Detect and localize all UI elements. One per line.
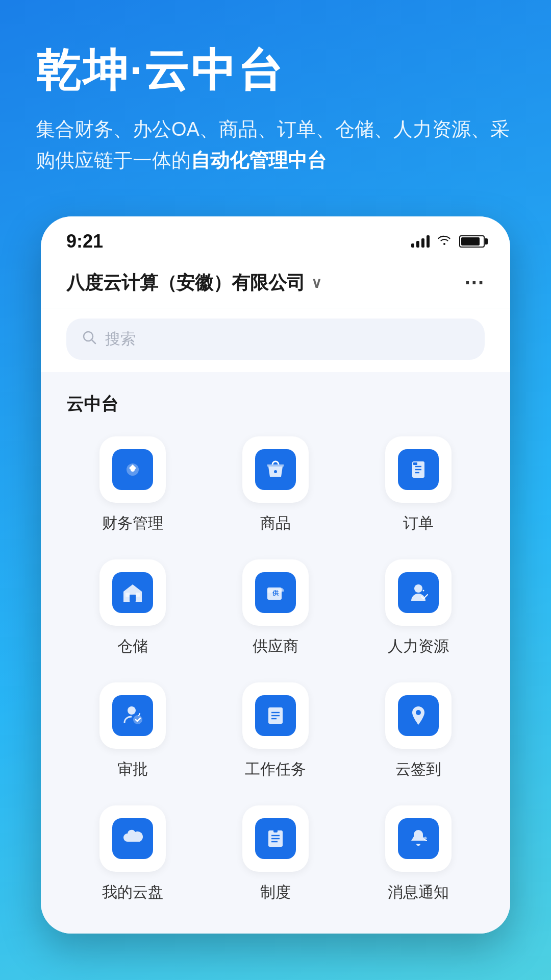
svg-line-1 bbox=[92, 340, 95, 344]
svg-point-17 bbox=[423, 590, 424, 592]
svg-point-16 bbox=[414, 584, 422, 593]
svg-rect-29 bbox=[273, 828, 278, 832]
app-subtitle: 集合财务、办公OA、商品、订单、仓储、人力资源、采购供应链于一体的自动化管理中台 bbox=[36, 114, 515, 176]
phone-mockup: 9:21 bbox=[41, 216, 510, 934]
task-icon bbox=[255, 695, 296, 736]
search-icon bbox=[82, 330, 97, 349]
app-item-hr[interactable]: 人力资源 bbox=[352, 559, 485, 657]
app-item-order[interactable]: 订单 bbox=[352, 436, 485, 534]
more-icon[interactable]: ··· bbox=[465, 272, 485, 295]
approval-icon bbox=[112, 695, 153, 736]
battery-icon bbox=[459, 235, 485, 248]
app-item-policy[interactable]: 制度 bbox=[209, 805, 342, 903]
finance-icon bbox=[112, 449, 153, 490]
company-selector[interactable]: 八度云计算（安徽）有限公司 ∨ bbox=[66, 271, 322, 296]
approval-label: 审批 bbox=[117, 759, 148, 780]
product-label: 商品 bbox=[260, 513, 291, 534]
supplier-label: 供应商 bbox=[253, 636, 298, 657]
app-item-approval[interactable]: 审批 bbox=[66, 682, 199, 780]
status-bar: 9:21 bbox=[41, 216, 510, 258]
status-time: 9:21 bbox=[66, 231, 103, 252]
checkin-icon bbox=[398, 695, 439, 736]
app-item-warehouse[interactable]: 仓储 bbox=[66, 559, 199, 657]
svg-point-4 bbox=[274, 470, 277, 473]
section-title: 云中台 bbox=[61, 393, 490, 416]
svg-point-18 bbox=[128, 706, 136, 715]
status-icons bbox=[411, 234, 485, 250]
svg-point-24 bbox=[416, 710, 421, 715]
hero-section: 乾坤·云中台 集合财务、办公OA、商品、订单、仓储、人力资源、采购供应链于一体的… bbox=[0, 0, 551, 206]
app-item-supplier[interactable]: 供 供应商 bbox=[209, 559, 342, 657]
notify-icon bbox=[398, 818, 439, 859]
app-item-checkin[interactable]: 云签到 bbox=[352, 682, 485, 780]
svg-point-19 bbox=[133, 715, 142, 724]
svg-point-3 bbox=[131, 468, 135, 472]
main-content: 云中台 财务管理 bbox=[41, 372, 510, 934]
finance-label: 财务管理 bbox=[102, 513, 163, 534]
svg-rect-11 bbox=[126, 593, 130, 597]
app-item-cloud[interactable]: 我的云盘 bbox=[66, 805, 199, 903]
app-item-task[interactable]: 工作任务 bbox=[209, 682, 342, 780]
search-placeholder: 搜索 bbox=[105, 329, 136, 350]
checkin-label: 云签到 bbox=[395, 759, 441, 780]
app-title: 乾坤·云中台 bbox=[36, 46, 515, 95]
warehouse-icon bbox=[112, 572, 153, 613]
subtitle-bold: 自动化管理中台 bbox=[191, 150, 327, 171]
cloud-icon bbox=[112, 818, 153, 859]
svg-rect-9 bbox=[413, 462, 417, 465]
signal-icon bbox=[411, 235, 430, 248]
svg-rect-12 bbox=[136, 593, 140, 597]
cloud-label: 我的云盘 bbox=[102, 882, 163, 903]
app-grid: 财务管理 商品 bbox=[61, 436, 490, 903]
order-label: 订单 bbox=[403, 513, 434, 534]
app-item-notify[interactable]: 消息通知 bbox=[352, 805, 485, 903]
search-bar[interactable]: 搜索 bbox=[66, 318, 485, 360]
company-name-text: 八度云计算（安徽）有限公司 bbox=[66, 271, 305, 296]
svg-rect-10 bbox=[130, 595, 136, 602]
policy-icon bbox=[255, 818, 296, 859]
order-icon bbox=[398, 449, 439, 490]
hr-icon bbox=[398, 572, 439, 613]
task-label: 工作任务 bbox=[245, 759, 306, 780]
search-container: 搜索 bbox=[41, 308, 510, 372]
phone-wrapper: 9:21 bbox=[0, 206, 551, 934]
app-item-product[interactable]: 商品 bbox=[209, 436, 342, 534]
app-item-finance[interactable]: 财务管理 bbox=[66, 436, 199, 534]
app-header: 八度云计算（安徽）有限公司 ∨ ··· bbox=[41, 258, 510, 308]
notify-label: 消息通知 bbox=[388, 882, 449, 903]
warehouse-label: 仓储 bbox=[117, 636, 148, 657]
policy-label: 制度 bbox=[260, 882, 291, 903]
wifi-icon bbox=[437, 234, 452, 250]
chevron-down-icon: ∨ bbox=[311, 275, 322, 291]
product-icon bbox=[255, 449, 296, 490]
supplier-icon: 供 bbox=[255, 572, 296, 613]
svg-text:供: 供 bbox=[272, 590, 279, 597]
hr-label: 人力资源 bbox=[388, 636, 449, 657]
